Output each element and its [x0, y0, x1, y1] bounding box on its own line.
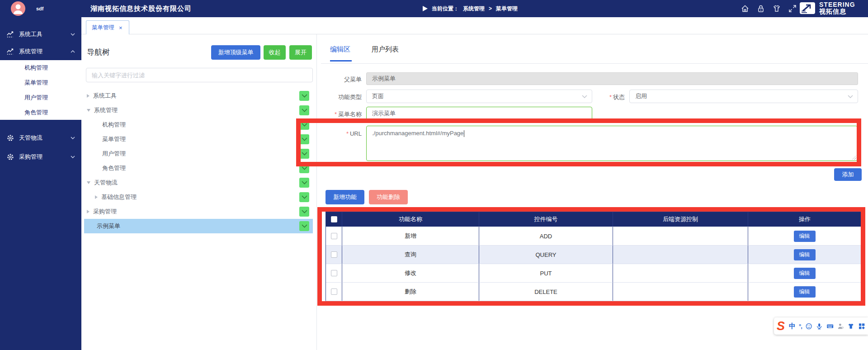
row-checkbox[interactable]	[331, 289, 337, 295]
chevron-down-icon	[71, 156, 75, 158]
url-value: ./purchmanagement.html#/myPage	[372, 130, 463, 137]
tree-node-label: 机构管理	[102, 121, 126, 129]
toolbox-grid-icon[interactable]	[858, 322, 865, 331]
app-root: { "colors": { "navy": "#1b2b6e", "accent…	[0, 0, 868, 350]
ime-toolbar: S 中 °,	[774, 317, 868, 335]
breadcrumb-section[interactable]: 系统管理	[463, 5, 485, 13]
collapse-arrow-icon[interactable]	[87, 109, 90, 112]
url-textarea[interactable]: ./purchmanagement.html#/myPage	[366, 126, 858, 161]
table-row: 新增 ADD 编辑	[326, 227, 861, 245]
chevron-down-icon	[302, 94, 307, 98]
sidebar-item-system-tools[interactable]: 系统工具	[0, 26, 81, 43]
breadcrumb-page[interactable]: 菜单管理	[496, 5, 518, 13]
edit-row-button[interactable]: 编辑	[794, 286, 816, 298]
resize-grip[interactable]	[852, 156, 856, 160]
sidebar-nav: 系统工具 系统管理 机构管理 菜单管理 用户管理 角色管理 天管物流	[0, 17, 81, 350]
add-url-button[interactable]: 添加	[834, 168, 862, 181]
handwriting-person-icon[interactable]	[837, 322, 844, 331]
user-avatar[interactable]	[11, 1, 25, 16]
function-type-select[interactable]: 页面	[366, 90, 592, 103]
cell-control-code: PUT	[479, 264, 613, 282]
tree-node-green-toggle[interactable]	[299, 149, 309, 159]
sidebar-subitem-user[interactable]: 用户管理	[0, 90, 81, 105]
tree-node-green-toggle[interactable]	[299, 91, 309, 101]
chevron-down-icon	[71, 137, 75, 139]
tree-node-org-management[interactable]: 机构管理	[84, 118, 313, 132]
tree-node-system-management[interactable]: 系统管理	[84, 103, 313, 118]
sidebar-item-system-management[interactable]: 系统管理	[0, 43, 81, 60]
collapse-arrow-icon[interactable]	[87, 181, 90, 184]
expand-arrow-icon[interactable]	[95, 195, 98, 199]
tree-node-green-toggle[interactable]	[299, 221, 309, 231]
tree-node-menu-management[interactable]: 菜单管理	[84, 132, 313, 147]
expand-arrow-icon[interactable]	[87, 210, 90, 213]
skin-shirt-icon[interactable]	[847, 322, 854, 331]
tree-node-example-menu[interactable]: 示例菜单	[84, 219, 313, 233]
breadcrumb-separator: >	[489, 5, 492, 12]
top-bar: sdf 湖南视拓信息技术股份有限公司 当前位置： 系统管理 > 菜单管理	[0, 0, 868, 17]
add-top-menu-button[interactable]: 新增顶级菜单	[211, 45, 260, 60]
edit-row-button[interactable]: 编辑	[794, 268, 816, 279]
tree-node-system-tools[interactable]: 系统工具	[84, 89, 313, 103]
punctuation-mode-icon[interactable]: °,	[799, 323, 802, 330]
tree-node-green-toggle[interactable]	[299, 163, 309, 173]
tree-node-green-toggle[interactable]	[299, 105, 309, 115]
expand-arrow-icon[interactable]	[87, 94, 90, 98]
header-function-name: 功能名称	[342, 212, 479, 227]
tabs-divider	[321, 63, 868, 64]
select-all-checkbox[interactable]	[331, 216, 337, 222]
home-icon[interactable]	[741, 4, 750, 13]
tree-node-role-management[interactable]: 角色管理	[84, 161, 313, 175]
tree-node-green-toggle[interactable]	[299, 134, 309, 144]
table-row: 修改 PUT 编辑	[326, 264, 861, 282]
sidebar-subitem-role[interactable]: 角色管理	[0, 105, 81, 120]
edit-row-button[interactable]: 编辑	[794, 249, 816, 260]
header-backend-resource: 后端资源控制	[613, 212, 748, 227]
tab-close-icon[interactable]: ×	[119, 24, 123, 31]
tree-node-purchase-management[interactable]: 采购管理	[84, 204, 313, 219]
emoji-icon[interactable]	[805, 322, 812, 331]
row-checkbox[interactable]	[331, 233, 337, 239]
edit-row-button[interactable]: 编辑	[794, 231, 816, 242]
panel-divider	[316, 34, 317, 350]
sidebar-item-purchase-management[interactable]: 采购管理	[0, 148, 81, 166]
company-title: 湖南视拓信息技术股份有限公司	[90, 0, 192, 17]
tree-node-green-toggle[interactable]	[299, 120, 309, 130]
tree-node-tianguan-logistics[interactable]: 天管物流	[84, 175, 313, 190]
row-checkbox[interactable]	[331, 270, 337, 276]
chevron-down-icon	[71, 33, 75, 36]
sogou-logo-icon[interactable]: S	[777, 320, 785, 332]
collapse-all-button[interactable]: 收起	[264, 45, 286, 60]
sidebar-submenu: 机构管理 菜单管理 用户管理 角色管理	[0, 60, 81, 120]
tree-filter-input[interactable]	[86, 68, 313, 82]
chevron-down-icon	[302, 137, 307, 141]
chevron-down-icon	[848, 95, 853, 98]
sidebar-subitem-org[interactable]: 机构管理	[0, 60, 81, 75]
active-tab-underline	[330, 60, 352, 61]
tree-node-basic-info-management[interactable]: 基础信息管理	[84, 190, 313, 204]
add-function-button[interactable]: 新增功能	[326, 190, 364, 204]
keyboard-icon[interactable]	[826, 322, 834, 331]
sidebar-subitem-menu[interactable]: 菜单管理	[0, 75, 81, 90]
topbar-actions	[741, 4, 797, 13]
theme-skin-icon[interactable]	[772, 4, 781, 13]
delete-function-button[interactable]: 功能删除	[369, 190, 408, 204]
tab-menu-management[interactable]: 菜单管理 ×	[86, 20, 129, 34]
chinese-mode-icon[interactable]: 中	[789, 322, 796, 331]
status-value: 启用	[635, 92, 647, 100]
tree-node-green-toggle[interactable]	[299, 192, 309, 202]
tree-node-user-management[interactable]: 用户管理	[84, 147, 313, 161]
tab-editor-area[interactable]: 编辑区	[330, 45, 350, 54]
tab-user-list[interactable]: 用户列表	[372, 45, 399, 54]
tree-node-green-toggle[interactable]	[299, 207, 309, 217]
status-select[interactable]: 启用	[629, 90, 858, 103]
tree-node-green-toggle[interactable]	[299, 178, 309, 188]
sidebar-item-tianguan-logistics[interactable]: 天管物流	[0, 129, 81, 147]
menu-name-input[interactable]: 演示菜单	[366, 107, 592, 120]
microphone-icon[interactable]	[816, 322, 823, 331]
lock-icon[interactable]	[756, 4, 765, 13]
row-checkbox[interactable]	[331, 251, 337, 258]
gear-icon	[6, 134, 14, 142]
fullscreen-icon[interactable]	[788, 4, 797, 13]
expand-all-button[interactable]: 展开	[289, 45, 312, 60]
